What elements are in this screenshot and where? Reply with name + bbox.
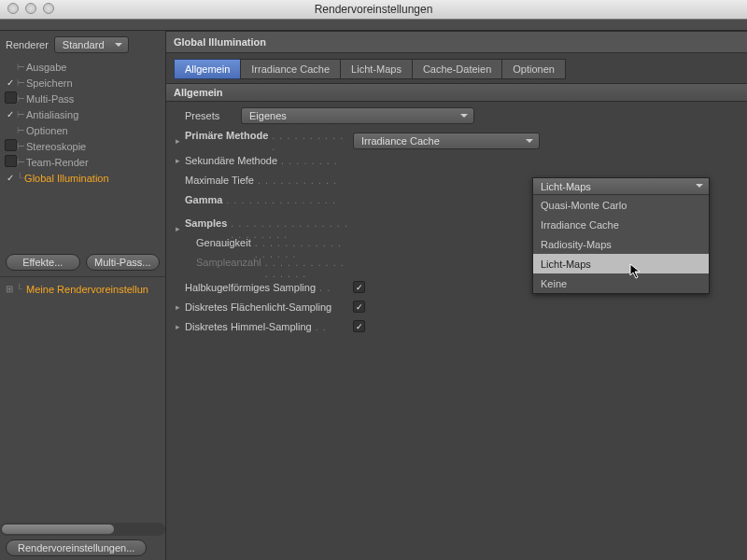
- hemispherical-checkbox[interactable]: ✓: [353, 281, 365, 293]
- primary-method-label: Primäre Methode: [185, 130, 268, 141]
- tab-allgemein[interactable]: Allgemein: [174, 59, 241, 79]
- multipass-button[interactable]: Multi-Pass...: [86, 254, 161, 271]
- render-settings-tree: ⊢Ausgabe ✓⊢Speichern ⊢Multi-Pass ✓⊢Antia…: [0, 57, 165, 248]
- dropdown-option-radiosity[interactable]: Radiosity-Maps: [533, 234, 709, 254]
- secondary-method-dropdown-open[interactable]: Licht-Maps Quasi-Monte Carlo Irradiance …: [532, 177, 710, 294]
- tree-item-optionen[interactable]: ⊢Optionen: [0, 122, 165, 138]
- row-sky-sampling: ▸ Diskretes Himmel-Sampling. . ✓: [176, 316, 738, 336]
- tree-item-ausgabe[interactable]: ⊢Ausgabe: [0, 59, 165, 75]
- tabs: Allgemein Irradiance Cache Licht-Maps Ca…: [166, 53, 747, 79]
- row-presets: Presets Eigenes: [176, 105, 738, 125]
- tree-item-multipass[interactable]: ⊢Multi-Pass: [0, 91, 165, 106]
- disclosure-icon[interactable]: ▸: [176, 136, 185, 146]
- area-sampling-checkbox[interactable]: ✓: [353, 301, 365, 313]
- close-icon[interactable]: [7, 3, 19, 14]
- accuracy-label: Genauigkeit: [196, 237, 251, 248]
- area-sampling-label: Diskretes Flächenlicht-Sampling: [185, 301, 331, 313]
- tree-item-speichern[interactable]: ✓⊢Speichern: [0, 75, 165, 91]
- renderer-dropdown[interactable]: Standard: [54, 36, 129, 53]
- tree-item-teamrender[interactable]: ⊢Team-Render: [0, 154, 165, 170]
- tab-licht-maps[interactable]: Licht-Maps: [340, 59, 413, 79]
- scrollbar-thumb[interactable]: [2, 525, 114, 534]
- toolbar-stub: [0, 20, 747, 31]
- hemispherical-label: Halbkugelförmiges Sampling: [185, 282, 316, 293]
- disclosure-icon[interactable]: ▸: [176, 322, 185, 331]
- dropdown-current[interactable]: Licht-Maps: [533, 178, 709, 195]
- sidebar-scrollbar[interactable]: [0, 523, 165, 536]
- renderer-value: Standard: [63, 39, 105, 50]
- panel-title: Global Illumination: [166, 31, 747, 53]
- content-panel: Global Illumination Allgemein Irradiance…: [166, 31, 747, 560]
- zoom-icon[interactable]: [43, 3, 54, 14]
- disclosure-icon[interactable]: ▸: [176, 156, 185, 165]
- section-allgemein: Allgemein: [166, 83, 747, 102]
- max-depth-label: Maximale Tiefe: [185, 175, 254, 186]
- checkbox[interactable]: [5, 139, 17, 151]
- presets-dropdown[interactable]: Eigenes: [241, 107, 474, 124]
- disclosure-icon[interactable]: ▸: [176, 302, 185, 312]
- effects-button[interactable]: Effekte...: [6, 254, 80, 271]
- samples-label: Samples: [185, 217, 227, 229]
- expand-icon: ⊞: [6, 284, 13, 294]
- bottom-tab[interactable]: Rendervoreinstellungen...: [6, 539, 147, 556]
- tree-item-stereoskopie[interactable]: ⊢Stereoskopie: [0, 138, 165, 154]
- preset-label: Meine Rendervoreinstellun: [26, 284, 148, 295]
- dropdown-option-irradiance[interactable]: Irradiance Cache: [533, 215, 709, 234]
- gamma-label: Gamma: [185, 194, 222, 205]
- window-title: Rendervoreinstellungen: [315, 3, 433, 16]
- checkbox[interactable]: [5, 91, 17, 104]
- tree-item-global-illumination[interactable]: ✓└Global Illumination: [0, 170, 165, 186]
- row-area-sampling: ▸ Diskretes Flächenlicht-Sampling ✓: [176, 297, 738, 316]
- renderer-label: Renderer: [6, 39, 49, 50]
- disclosure-icon[interactable]: ▸: [176, 224, 185, 233]
- primary-method-dropdown[interactable]: Irradiance Cache: [353, 133, 540, 149]
- sidebar: Renderer Standard ⊢Ausgabe ✓⊢Speichern ⊢…: [0, 31, 166, 560]
- tree-item-antialiasing[interactable]: ✓⊢Antialiasing: [0, 106, 165, 122]
- tab-optionen[interactable]: Optionen: [501, 59, 566, 79]
- tab-irradiance-cache[interactable]: Irradiance Cache: [240, 59, 341, 79]
- presets-label: Presets: [185, 110, 219, 121]
- window-controls: [7, 3, 54, 14]
- sky-sampling-checkbox[interactable]: ✓: [353, 320, 365, 332]
- tab-cache-dateien[interactable]: Cache-Dateien: [412, 59, 502, 79]
- row-primary-method: ▸ Primäre Methode. . . . . . . . . . . I…: [176, 131, 738, 150]
- dropdown-option-keine[interactable]: Keine: [533, 273, 709, 293]
- sky-sampling-label: Diskretes Himmel-Sampling: [185, 321, 312, 332]
- minimize-icon[interactable]: [25, 3, 36, 14]
- preset-row[interactable]: ⊞ └ Meine Rendervoreinstellun: [6, 281, 160, 298]
- checkbox[interactable]: [5, 155, 17, 167]
- titlebar: Rendervoreinstellungen: [0, 0, 747, 20]
- samplecount-label: Sampleanzahl: [196, 257, 261, 268]
- row-secondary-method: ▸ Sekundäre Methode. . . . . . . .: [176, 150, 738, 170]
- dropdown-option-qmc[interactable]: Quasi-Monte Carlo: [533, 195, 709, 215]
- secondary-method-label: Sekundäre Methode: [185, 155, 277, 166]
- dropdown-option-lichtmaps[interactable]: Licht-Maps: [533, 254, 709, 273]
